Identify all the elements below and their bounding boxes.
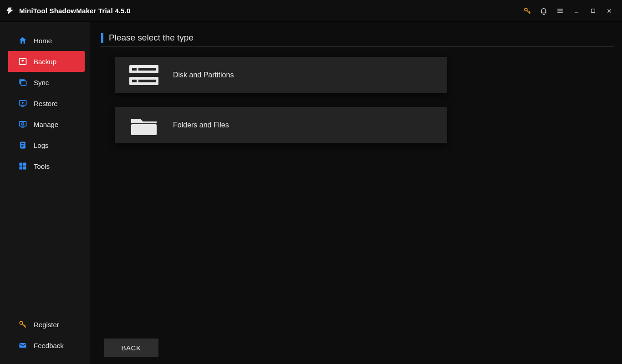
sidebar-item-home[interactable]: Home	[0, 30, 90, 51]
sidebar-item-manage[interactable]: Manage	[0, 114, 90, 135]
notifications-icon[interactable]	[535, 0, 552, 22]
sidebar-item-label: Tools	[34, 162, 50, 170]
titlebar: MiniTool ShadowMaker Trial 4.5.0	[0, 0, 622, 22]
svg-rect-12	[20, 163, 23, 166]
sidebar-item-feedback[interactable]: Feedback	[0, 335, 90, 356]
menu-icon[interactable]	[552, 0, 568, 22]
main-panel: Please select the type Disk and Partitio…	[90, 22, 622, 364]
svg-rect-15	[23, 167, 26, 170]
page-title: Please select the type	[109, 33, 194, 43]
svg-rect-9	[21, 143, 25, 144]
window-maximize-icon[interactable]	[585, 0, 601, 22]
svg-rect-14	[20, 167, 23, 170]
restore-icon	[18, 99, 27, 108]
title-divider	[101, 46, 614, 47]
sidebar-item-sync[interactable]: Sync	[0, 72, 90, 93]
sidebar-item-label: Feedback	[34, 342, 64, 349]
svg-rect-10	[21, 145, 25, 146]
sidebar-item-register[interactable]: Register	[0, 314, 90, 335]
home-icon	[18, 36, 27, 45]
sidebar-item-restore[interactable]: Restore	[0, 93, 90, 114]
sidebar-item-backup[interactable]: Backup	[8, 51, 85, 72]
svg-rect-20	[138, 68, 156, 71]
svg-point-16	[20, 321, 23, 324]
svg-rect-23	[138, 80, 156, 82]
sidebar-item-label: Register	[34, 321, 59, 329]
svg-rect-22	[132, 80, 137, 82]
backup-icon	[18, 57, 27, 66]
app-title: MiniTool ShadowMaker Trial 4.5.0	[19, 7, 131, 15]
sidebar-item-tools[interactable]: Tools	[0, 156, 90, 177]
option-disk-and-partitions[interactable]: Disk and Partitions	[115, 57, 447, 93]
folder-icon	[127, 112, 160, 138]
sidebar-item-label: Logs	[34, 142, 49, 149]
sync-icon	[18, 78, 27, 87]
svg-rect-11	[21, 147, 23, 147]
key-icon	[18, 320, 27, 329]
svg-rect-19	[132, 68, 137, 71]
sidebar-item-label: Backup	[34, 58, 56, 66]
svg-rect-4	[21, 81, 26, 86]
window-minimize-icon[interactable]	[568, 0, 585, 22]
logs-icon	[18, 141, 27, 150]
app-logo-icon	[5, 6, 15, 15]
option-folders-and-files[interactable]: Folders and Files	[115, 107, 447, 143]
register-key-icon[interactable]	[519, 0, 535, 22]
option-label: Folders and Files	[173, 121, 229, 129]
svg-point-7	[22, 123, 24, 125]
option-label: Disk and Partitions	[173, 71, 234, 79]
disk-partitions-icon	[127, 62, 160, 88]
sidebar: Home Backup Sync	[0, 22, 90, 364]
sidebar-item-logs[interactable]: Logs	[0, 135, 90, 156]
svg-rect-13	[23, 163, 26, 166]
back-button[interactable]: BACK	[104, 339, 158, 357]
sidebar-item-label: Sync	[34, 79, 49, 86]
svg-rect-24	[131, 124, 157, 135]
title-accent-bar	[101, 33, 103, 43]
svg-point-0	[525, 8, 527, 11]
tools-icon	[18, 162, 27, 171]
mail-icon	[18, 341, 27, 350]
sidebar-item-label: Home	[34, 37, 52, 45]
svg-rect-1	[591, 9, 595, 13]
svg-rect-6	[20, 121, 26, 126]
sidebar-item-label: Manage	[34, 121, 58, 128]
window-close-icon[interactable]	[601, 0, 617, 22]
sidebar-item-label: Restore	[34, 100, 58, 107]
manage-icon	[18, 120, 27, 129]
